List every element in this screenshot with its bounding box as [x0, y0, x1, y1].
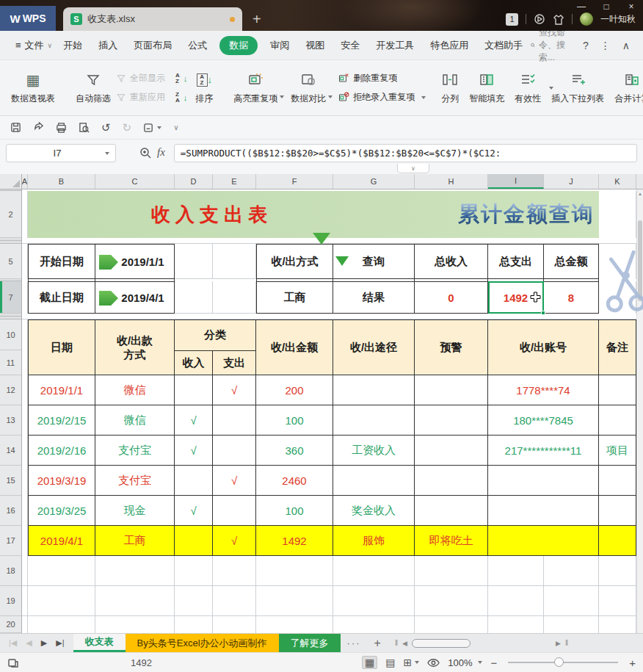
- cell-note[interactable]: 项目: [599, 436, 636, 466]
- tab-developer[interactable]: 开发工具: [376, 39, 414, 52]
- sort-za-button[interactable]: ZA↓: [175, 90, 187, 106]
- page-break-view-icon[interactable]: ▤: [385, 657, 395, 668]
- cell-income-check[interactable]: √: [175, 436, 213, 466]
- tab-page-layout[interactable]: 页面布局: [134, 39, 172, 52]
- column-header-f[interactable]: F: [256, 174, 333, 189]
- insert-dropdown-list-button[interactable]: 插入下拉列表: [546, 67, 609, 109]
- cell-note[interactable]: [599, 375, 636, 405]
- cell[interactable]: [213, 244, 256, 279]
- show-all-button[interactable]: 全部显示: [116, 71, 165, 87]
- reject-duplicate-entry-button[interactable]: 拒绝录入重复项: [338, 90, 426, 106]
- prev-sheet-icon[interactable]: ◀: [26, 638, 32, 648]
- docer-icon[interactable]: [534, 13, 545, 25]
- tab-special-apps[interactable]: 特色应用: [430, 39, 468, 52]
- export-icon[interactable]: [33, 122, 44, 133]
- cell[interactable]: [22, 319, 28, 375]
- data-validation-button[interactable]: 有效性: [509, 67, 546, 109]
- cell-channel[interactable]: 工资收入: [333, 436, 415, 466]
- cell[interactable]: [22, 616, 28, 633]
- scroll-left-icon[interactable]: ◀: [402, 640, 407, 647]
- smart-fill-button[interactable]: 智能填充: [464, 67, 509, 109]
- cell-amount[interactable]: 1492: [256, 526, 333, 556]
- cell-channel[interactable]: 奖金收入: [333, 496, 415, 526]
- cell[interactable]: [22, 244, 28, 279]
- normal-view-icon[interactable]: ▦: [362, 656, 377, 669]
- cell-income-check[interactable]: [175, 526, 213, 556]
- cell[interactable]: [415, 586, 488, 616]
- cell-account[interactable]: [488, 496, 599, 526]
- cell-amount[interactable]: 2460: [256, 466, 333, 496]
- cell[interactable]: [599, 616, 636, 633]
- cell-warning[interactable]: [415, 496, 488, 526]
- tab-security[interactable]: 安全: [341, 39, 360, 52]
- method-dropdown-cell[interactable]: 收/出方式: [256, 244, 333, 279]
- horizontal-scroll-thumb[interactable]: [412, 639, 471, 648]
- cell-method[interactable]: 支付宝: [95, 436, 175, 466]
- cell[interactable]: [28, 616, 95, 633]
- row-header-2[interactable]: 2: [0, 191, 21, 238]
- cell-account[interactable]: 1778****74: [488, 375, 599, 405]
- zoom-slider[interactable]: [508, 662, 618, 663]
- header-income[interactable]: 收入: [175, 351, 213, 375]
- zoom-level-select[interactable]: 100%: [448, 657, 482, 668]
- collapse-ribbon-button[interactable]: ∧: [622, 40, 630, 51]
- tab-view[interactable]: 视图: [305, 39, 324, 52]
- cell[interactable]: [333, 616, 415, 633]
- more-sheets-button[interactable]: ···: [341, 634, 368, 652]
- cell[interactable]: [333, 586, 415, 616]
- header-channel[interactable]: 收/出途径: [333, 319, 415, 375]
- sort-button[interactable]: AZ↓ 排序: [190, 67, 218, 109]
- cell[interactable]: [22, 281, 28, 314]
- save-as-icon[interactable]: [143, 122, 161, 133]
- cell-date[interactable]: 2019/1/1: [28, 375, 95, 405]
- total-income-label-cell[interactable]: 总收入: [415, 244, 488, 279]
- row-header-10[interactable]: 10: [0, 319, 21, 350]
- cell[interactable]: [544, 556, 599, 586]
- cell[interactable]: [256, 556, 333, 586]
- cell[interactable]: [599, 191, 636, 238]
- cell[interactable]: [213, 556, 256, 586]
- cell[interactable]: [22, 526, 28, 556]
- cell-income-check[interactable]: [175, 375, 213, 405]
- cell-method[interactable]: 微信: [95, 375, 175, 405]
- cell-note[interactable]: [599, 526, 636, 556]
- sheet-tab-learn-more[interactable]: 了解更多: [279, 634, 341, 652]
- cell-channel[interactable]: [333, 405, 415, 436]
- header-warning[interactable]: 预警: [415, 319, 488, 375]
- cell-account[interactable]: 217***********11: [488, 436, 599, 466]
- column-header-e[interactable]: E: [213, 174, 256, 189]
- file-menu[interactable]: ≡ 文件 ∨: [15, 39, 52, 52]
- start-date-label-cell[interactable]: 开始日期: [28, 244, 95, 279]
- row-header-13[interactable]: 13: [0, 405, 21, 436]
- customize-toolbar-chevron-icon[interactable]: ∨: [173, 123, 178, 131]
- cell-method[interactable]: 微信: [95, 405, 175, 436]
- cell[interactable]: [22, 436, 28, 466]
- cell-date[interactable]: 2019/3/19: [28, 466, 95, 496]
- sheet-tab-active[interactable]: 收支表: [73, 634, 126, 652]
- scroll-up-icon[interactable]: ▲: [637, 189, 643, 196]
- formula-input[interactable]: =SUMPRODUCT(($B$12:$B$20>=$C$5)*($B$12:$…: [174, 144, 637, 162]
- cell[interactable]: [22, 375, 28, 405]
- avatar[interactable]: [580, 12, 593, 26]
- row-header-17[interactable]: 17: [0, 526, 21, 556]
- print-icon[interactable]: [56, 122, 67, 133]
- cell-expense-check[interactable]: √: [213, 375, 256, 405]
- cell[interactable]: [22, 466, 28, 496]
- cell-date[interactable]: 2019/2/15: [28, 405, 95, 436]
- cell[interactable]: [333, 556, 415, 586]
- row-header-14[interactable]: 14: [0, 436, 21, 466]
- redo-icon[interactable]: ↻: [123, 121, 132, 134]
- cell-income-check[interactable]: [175, 466, 213, 496]
- column-header-k[interactable]: K: [599, 174, 636, 189]
- cell-channel[interactable]: [333, 375, 415, 405]
- row-header-18[interactable]: 18: [0, 556, 21, 586]
- cell[interactable]: [22, 191, 28, 238]
- tab-review[interactable]: 审阅: [270, 39, 289, 52]
- cell-account[interactable]: 180****7845: [488, 405, 599, 436]
- cell[interactable]: [175, 556, 213, 586]
- header-expense[interactable]: 支出: [213, 351, 256, 375]
- cell[interactable]: [28, 556, 95, 586]
- cell-amount[interactable]: 200: [256, 375, 333, 405]
- cell-date[interactable]: 2019/2/16: [28, 436, 95, 466]
- cell-warning[interactable]: [415, 405, 488, 436]
